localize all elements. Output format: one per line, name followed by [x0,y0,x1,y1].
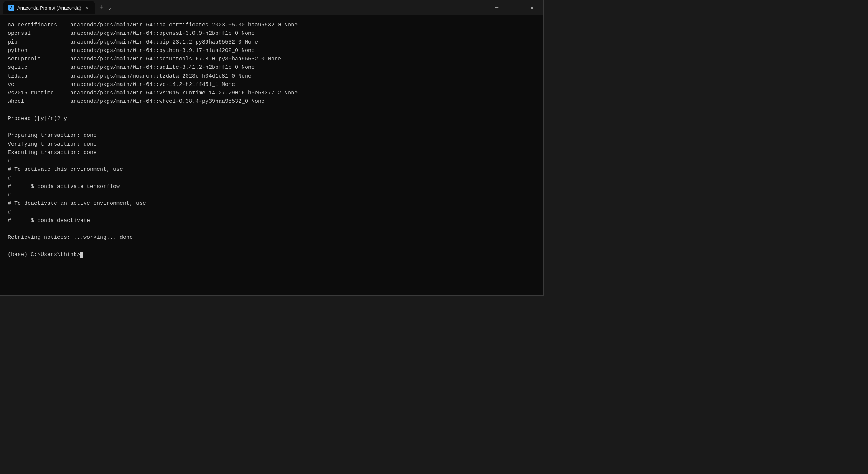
terminal-line: # To activate this environment, use [8,165,536,174]
terminal-line: tzdata anaconda/pkgs/main/noarch::tzdata… [8,72,536,80]
terminal-line: Verifying transaction: done [8,140,536,148]
tab-dropdown-button[interactable]: ⌄ [106,4,113,12]
terminal-line: vc anaconda/pkgs/main/Win-64::vc-14.2-h2… [8,80,536,89]
terminal-line: # To deactivate an active environment, u… [8,199,536,208]
terminal-line: vs2015_runtime anaconda/pkgs/main/Win-64… [8,89,536,97]
terminal-line: (base) C:\Users\think> [8,251,536,259]
terminal-line: sqlite anaconda/pkgs/main/Win-64::sqlite… [8,63,536,72]
terminal-cursor [80,252,83,258]
terminal-line: Executing transaction: done [8,148,536,157]
terminal-line: python anaconda/pkgs/main/Win-64::python… [8,46,536,55]
tab-icon: A [8,5,14,11]
window-controls: ─ □ ✕ [489,2,540,14]
terminal-line: # [8,174,536,183]
terminal-line: Preparing transaction: done [8,131,536,140]
terminal-line: ca-certificates anaconda/pkgs/main/Win-6… [8,21,536,29]
terminal-line: Retrieving notices: ...working... done [8,233,536,242]
terminal-line: # [8,208,536,217]
close-button[interactable]: ✕ [524,2,540,14]
tab-label: Anaconda Prompt (Anaconda) [17,5,81,11]
terminal-line: pip anaconda/pkgs/main/Win-64::pip-23.1.… [8,38,536,46]
terminal-line: # [8,191,536,199]
terminal-line [8,225,536,233]
title-bar: A Anaconda Prompt (Anaconda) ✕ + ⌄ ─ □ ✕ [0,0,543,15]
new-tab-button[interactable]: + [96,3,106,13]
terminal-line: # $ conda activate tensorflow [8,183,536,191]
terminal-line [8,242,536,251]
maximize-button[interactable]: □ [506,2,523,14]
terminal-line: wheel anaconda/pkgs/main/Win-64::wheel-0… [8,97,536,106]
terminal-line: setuptools anaconda/pkgs/main/Win-64::se… [8,55,536,63]
terminal-body[interactable]: ca-certificates anaconda/pkgs/main/Win-6… [0,15,543,295]
terminal-line: openssl anaconda/pkgs/main/Win-64::opens… [8,29,536,38]
terminal-line [8,106,536,114]
tab-area: A Anaconda Prompt (Anaconda) ✕ + ⌄ [3,1,489,14]
terminal-window: A Anaconda Prompt (Anaconda) ✕ + ⌄ ─ □ ✕… [0,0,544,296]
active-tab[interactable]: A Anaconda Prompt (Anaconda) ✕ [3,1,95,14]
terminal-line: Proceed ([y]/n)? y [8,114,536,123]
terminal-line [8,123,536,131]
minimize-button[interactable]: ─ [489,2,505,14]
terminal-line: # [8,157,536,165]
terminal-line: # $ conda deactivate [8,217,536,225]
tab-close-button[interactable]: ✕ [84,4,90,11]
